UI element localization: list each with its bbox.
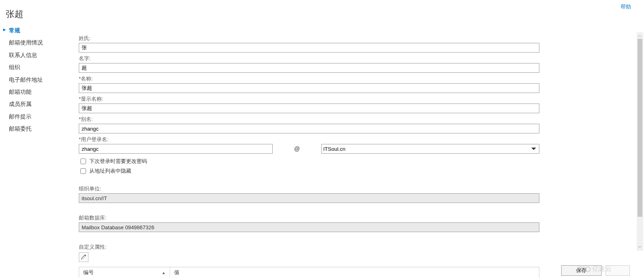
col-value-header[interactable]: 值	[170, 267, 539, 278]
sidebar-item-mailbox-delegation[interactable]: 邮箱委托	[4, 123, 73, 135]
lastname-label: 姓氏:	[79, 35, 539, 42]
sidebar: 常规 邮箱使用情况 联系人信息 组织 电子邮件地址 邮箱功能 成员所属 邮件提示…	[4, 24, 73, 135]
scrollbar[interactable]: ︿ ﹀	[637, 32, 643, 251]
cancel-button[interactable]: 亿速云	[606, 265, 630, 276]
alias-input[interactable]	[79, 124, 539, 133]
firstname-label: 名字:	[79, 55, 539, 62]
sidebar-item-contact-info[interactable]: 联系人信息	[4, 49, 73, 61]
ou-input	[79, 193, 539, 203]
sidebar-item-email-address[interactable]: 电子邮件地址	[4, 74, 73, 86]
userlogin-label: *用户登录名:	[79, 136, 539, 143]
domain-select[interactable]: ITSoul.cn	[321, 144, 539, 154]
page-title: 张超	[6, 8, 23, 20]
at-symbol: @	[273, 146, 321, 152]
col-value-label: 值	[174, 269, 179, 276]
change-password-checkbox[interactable]	[80, 159, 86, 164]
save-button[interactable]: 保存	[561, 265, 602, 276]
firstname-input[interactable]	[79, 63, 539, 73]
edit-custom-attr-button[interactable]	[79, 252, 88, 262]
hide-from-address-list-label: 从地址列表中隐藏	[89, 167, 131, 175]
name-input[interactable]	[79, 83, 539, 93]
scrollbar-thumb[interactable]	[638, 39, 642, 217]
sidebar-item-general[interactable]: 常规	[4, 24, 73, 36]
footer-bar: 保存 亿速云	[561, 265, 630, 276]
sidebar-item-mailbox-features[interactable]: 邮箱功能	[4, 86, 73, 98]
sidebar-item-mailbox-usage[interactable]: 邮箱使用情况	[4, 36, 73, 49]
sort-asc-icon: ▲	[162, 271, 166, 275]
col-number-header[interactable]: 编号 ▲	[79, 267, 170, 278]
content-area: 姓氏: 名字: *名称: *显示名称: *别名: *用户登录名: @	[79, 32, 539, 279]
db-input	[79, 222, 539, 232]
col-number-label: 编号	[83, 269, 94, 276]
scroll-up-icon[interactable]: ︿	[637, 32, 643, 39]
hide-from-address-list-checkbox[interactable]	[80, 168, 86, 174]
lastname-input[interactable]	[79, 43, 539, 53]
name-label: *名称:	[79, 75, 539, 82]
userlogin-input[interactable]	[79, 144, 273, 154]
displayname-label: *显示名称:	[79, 95, 539, 103]
sidebar-item-member-of[interactable]: 成员所属	[4, 98, 73, 110]
pencil-icon	[81, 254, 86, 260]
help-link[interactable]: 帮助	[621, 3, 631, 11]
db-label: 邮箱数据库:	[79, 214, 539, 222]
displayname-input[interactable]	[79, 104, 539, 113]
sidebar-item-mailtip[interactable]: 邮件提示	[4, 110, 73, 123]
ou-label: 组织单位:	[79, 185, 539, 192]
sidebar-item-organization[interactable]: 组织	[4, 61, 73, 73]
scroll-down-icon[interactable]: ﹀	[637, 244, 643, 251]
customattr-label: 自定义属性:	[79, 243, 539, 251]
change-password-label: 下次登录时需要更改密码	[89, 158, 147, 165]
custom-attr-table-header: 编号 ▲ 值	[79, 267, 539, 278]
alias-label: *别名:	[79, 116, 539, 123]
